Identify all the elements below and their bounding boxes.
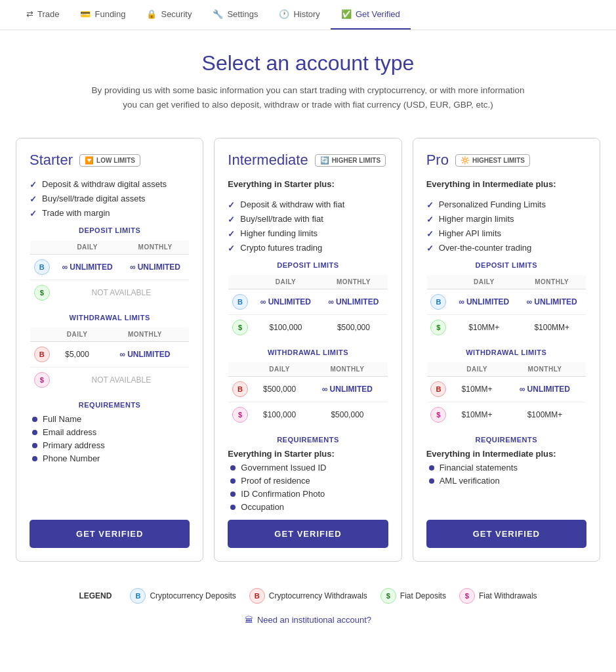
history-nav-icon: 🕐 <box>279 9 289 19</box>
check-icon: ✓ <box>30 194 37 204</box>
limits-title: DEPOSIT LIMITS <box>228 261 388 269</box>
requirement-item: ID Confirmation Photo <box>230 489 388 499</box>
table-row: $ $100,000 $500,000 <box>228 315 388 341</box>
limits-title: DEPOSIT LIMITS <box>30 226 190 234</box>
nav-item-funding[interactable]: 💳Funding <box>70 0 136 30</box>
bullet-icon <box>32 417 37 422</box>
table-row: $ $100,000 $500,000 <box>228 402 388 428</box>
table-row: B $500,000 ∞UNLIMITED <box>228 377 388 402</box>
crypto-with-icon: B <box>249 588 265 604</box>
requirement-item: Proof of residence <box>230 476 388 486</box>
check-icon: ✓ <box>228 229 235 239</box>
institution-icon: 🏛 <box>245 615 253 625</box>
table-row: B ∞UNLIMITED ∞UNLIMITED <box>228 289 388 315</box>
table-row: B $10MM+ ∞UNLIMITED <box>426 377 586 402</box>
check-icon: ✓ <box>426 200 434 210</box>
bullet-icon <box>32 430 37 435</box>
feature-item: ✓Higher API limits <box>426 228 586 239</box>
trade-nav-icon: ⇄ <box>26 9 33 19</box>
requirements-intro: Everything in Starter plus: <box>228 449 388 459</box>
card-starter: Starter 🔽 LOW LIMITS ✓Deposit & withdraw… <box>16 138 203 562</box>
crypto-dep-icon: B <box>430 294 446 310</box>
feature-item: ✓Trade with margin <box>30 208 190 219</box>
check-icon: ✓ <box>228 200 235 210</box>
bullet-icon <box>230 478 236 484</box>
legend-item-fiat-dep: $ Fiat Deposits <box>380 588 446 604</box>
bullet-icon <box>230 505 236 510</box>
card-header: Intermediate 🔄 HIGHER LIMITS <box>228 152 388 169</box>
table-row: B ∞UNLIMITED ∞UNLIMITED <box>426 289 586 315</box>
fiat-dep-icon: $ <box>34 285 50 301</box>
card-title: Starter <box>30 152 73 169</box>
table-row: $ NOT AVAILABLE <box>30 368 190 393</box>
requirements-title: REQUIREMENTS <box>228 436 388 444</box>
limits-title: DEPOSIT LIMITS <box>426 261 586 269</box>
nav-item-trade[interactable]: ⇄Trade <box>16 0 70 30</box>
feature-item: ✓Buy/sell/trade with fiat <box>228 214 388 224</box>
bullet-icon <box>230 465 236 471</box>
limit-badge: 🔽 LOW LIMITS <box>79 154 140 167</box>
check-icon: ✓ <box>426 229 434 239</box>
bullet-icon <box>230 492 236 497</box>
requirement-item: AML verification <box>429 476 586 486</box>
page-subtitle: By providing us with some basic informat… <box>85 83 531 112</box>
get-verified-nav-icon: ✅ <box>341 9 352 19</box>
settings-nav-icon: 🔧 <box>213 9 223 19</box>
navigation: ⇄Trade💳Funding🔒Security🔧Settings🕐History… <box>0 0 616 30</box>
fiat-with-icon: $ <box>430 407 446 423</box>
check-icon: ✓ <box>426 215 434 224</box>
limit-badge-icon: 🔽 <box>85 156 94 165</box>
card-header: Starter 🔽 LOW LIMITS <box>30 152 190 169</box>
requirements-intro: Everything in Intermediate plus: <box>426 449 586 459</box>
features-intro: Everything in Intermediate plus: <box>426 179 586 189</box>
limits-title: WITHDRAWAL LIMITS <box>30 314 190 322</box>
limit-badge-icon: 🔄 <box>320 156 329 165</box>
account-type-cards: Starter 🔽 LOW LIMITS ✓Deposit & withdraw… <box>0 122 616 578</box>
get-verified-button[interactable]: GET VERIFIED <box>426 520 586 548</box>
nav-item-get-verified[interactable]: ✅Get Verified <box>331 0 411 30</box>
nav-item-settings[interactable]: 🔧Settings <box>202 0 268 30</box>
feature-item: ✓Deposit & withdraw with fiat <box>228 200 388 210</box>
legend-item-fiat-with: $ Fiat Withdrawals <box>459 588 537 604</box>
page-title: Select an account type <box>16 51 600 75</box>
card-intermediate: Intermediate 🔄 HIGHER LIMITS Everything … <box>214 138 401 562</box>
get-verified-button[interactable]: GET VERIFIED <box>30 520 190 548</box>
feature-item: ✓Deposit & withdraw digital assets <box>30 179 190 190</box>
card-pro: Pro 🔆 HIGHEST LIMITS Everything in Inter… <box>413 138 600 562</box>
limits-title: WITHDRAWAL LIMITS <box>228 348 388 356</box>
check-icon: ✓ <box>228 243 235 253</box>
requirement-item: Occupation <box>230 502 388 512</box>
get-verified-button[interactable]: GET VERIFIED <box>228 520 388 548</box>
table-row: $ NOT AVAILABLE <box>30 280 190 306</box>
funding-nav-icon: 💳 <box>80 9 91 19</box>
bullet-icon <box>429 478 434 484</box>
limits-title: WITHDRAWAL LIMITS <box>426 348 586 356</box>
requirement-item: Full Name <box>32 414 190 424</box>
table-row: B $5,000 ∞UNLIMITED <box>30 342 190 368</box>
limit-badge: 🔄 HIGHER LIMITS <box>315 154 386 167</box>
crypto-dep-icon: B <box>232 294 248 310</box>
feature-item: ✓Higher margin limits <box>426 214 586 224</box>
crypto-dep-icon: B <box>130 588 146 604</box>
institutional-section: 🏛 Need an institutional account? <box>0 609 616 630</box>
legend-item-crypto-with: B Cryptocurrency Withdrawals <box>249 588 367 604</box>
feature-item: ✓Personalized Funding Limits <box>426 200 586 210</box>
nav-item-history[interactable]: 🕐History <box>268 0 330 30</box>
fiat-dep-icon: $ <box>380 588 396 604</box>
limit-badge: 🔆 HIGHEST LIMITS <box>455 154 530 167</box>
crypto-dep-icon: B <box>34 259 50 275</box>
requirement-item: Primary address <box>32 440 190 450</box>
fiat-with-icon: $ <box>232 407 248 423</box>
legend-item-crypto-dep: B Cryptocurrency Deposits <box>130 588 236 604</box>
requirement-item: Phone Number <box>32 453 190 463</box>
crypto-with-icon: B <box>232 381 248 397</box>
institutional-link[interactable]: 🏛 Need an institutional account? <box>245 615 371 625</box>
requirement-item: Government Issued ID <box>230 463 388 472</box>
bullet-icon <box>32 443 37 448</box>
legend-label: LEGEND <box>79 591 112 600</box>
nav-item-security[interactable]: 🔒Security <box>136 0 202 30</box>
bullet-icon <box>32 456 37 461</box>
check-icon: ✓ <box>426 243 434 253</box>
fiat-with-icon: $ <box>459 588 475 604</box>
feature-item: ✓Over-the-counter trading <box>426 243 586 253</box>
